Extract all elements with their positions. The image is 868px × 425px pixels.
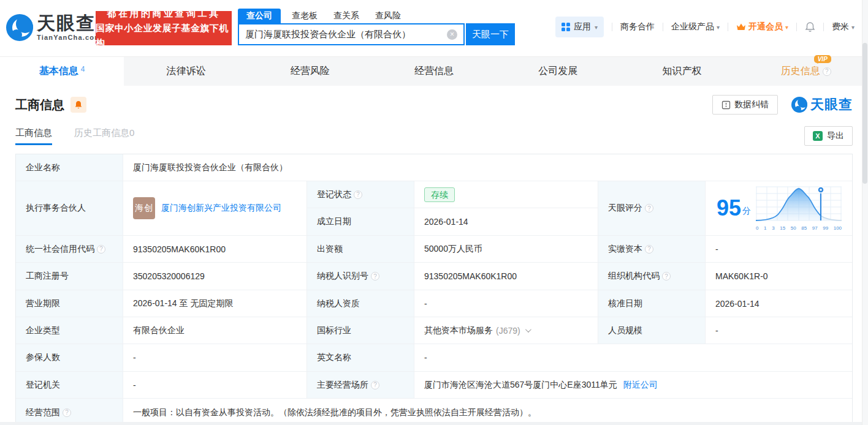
page-scrollbar[interactable] (862, 0, 868, 425)
help-icon[interactable]: ? (97, 245, 105, 254)
subtab-business-info[interactable]: 工商信息 (15, 127, 52, 145)
score-label: 天眼评分 (608, 203, 642, 214)
tianyancha-logo-icon (6, 14, 33, 41)
tab-legal[interactable]: 法律诉讼 (124, 57, 248, 86)
field-label: 营业期限 (16, 290, 123, 317)
search-tab-company[interactable]: 查公司 (238, 9, 281, 23)
subtab-history-business-info[interactable]: 历史工商信息0 (74, 127, 134, 145)
chevron-down-icon: ▾ (851, 24, 855, 31)
slogan-line2: 国家中小企业发展子基金旗下机构 (96, 21, 232, 50)
field-label: 国标行业 (307, 317, 414, 344)
export-button[interactable]: X 导出 (804, 126, 853, 146)
help-icon[interactable]: ? (645, 245, 653, 254)
address-value: 厦门市海沧区海沧大道567号厦门中心E座3011单元 (424, 380, 617, 391)
tianyancha-watermark-icon (791, 97, 807, 113)
scrollbar-thumb[interactable] (862, 43, 867, 184)
axis-tick: 85 (801, 225, 807, 231)
help-icon[interactable]: ? (354, 190, 362, 199)
tab-company-development-label: 公司发展 (538, 65, 577, 78)
tab-intellectual-property-label: 知识产权 (663, 65, 702, 78)
header-menu: 应用 ▾ 商务合作 企业级产品 ▾ 开通会员 ▾ 费米 ▾ (555, 16, 855, 38)
monitor-bell-icon[interactable] (70, 97, 86, 113)
company-nav-tabs: 基本信息 4 法律诉讼 经营风险 经营信息 公司发展 知识产权 历史信息 VIP… (0, 56, 868, 86)
axis-tick: 99 (823, 225, 828, 231)
search-tab-relation[interactable]: 查关系 (333, 9, 359, 23)
field-label: 天眼评分 ? (598, 181, 706, 236)
clear-search-icon[interactable]: × (447, 29, 457, 40)
tab-history-info-label: 历史信息 (781, 65, 820, 78)
section-gap (0, 422, 862, 425)
tab-operation-info[interactable]: 经营信息 (372, 57, 496, 86)
tab-operation-risk[interactable]: 经营风险 (248, 57, 372, 86)
approval-date-value: 2026-01-14 (706, 290, 852, 317)
field-label: 纳税人资质 (307, 290, 414, 317)
help-icon[interactable]: ? (662, 272, 671, 280)
notification-bell-icon[interactable] (805, 21, 815, 32)
apps-label: 应用 (574, 21, 591, 32)
cooperation-link[interactable]: 商务合作 (620, 21, 655, 32)
taxpayer-id-label: 纳税人识别号 (317, 271, 368, 282)
address-cell: 厦门市海沧区海沧大道567号厦门中心E座3011单元 附近公司 (414, 372, 852, 399)
nearby-companies-link[interactable]: 附近公司 (623, 380, 658, 391)
industry-code: (J679) (496, 326, 520, 336)
enterprise-products-label: 企业级产品 (671, 21, 714, 32)
field-label: 统一社会信用代码 ? (16, 236, 123, 263)
help-icon[interactable]: ? (371, 381, 379, 389)
org-code-value: MAK60K1R-0 (706, 263, 852, 290)
field-label: 工商注册号 (16, 263, 123, 290)
search-tabs: 查公司 查老板 查关系 查风险 (238, 9, 515, 23)
score-value: 95 (717, 197, 741, 219)
tab-basic-info[interactable]: 基本信息 4 (0, 57, 124, 86)
field-label: 纳税人识别号 ? (307, 263, 414, 290)
est-date-value: 2026-01-14 (414, 208, 598, 236)
partner-avatar[interactable]: 海创 (133, 197, 155, 219)
staff-size-value: - (706, 317, 852, 344)
business-info-section: 工商信息 数据纠错 天眼查 工商信息 历史工商信息0 X 导出 企业名称 厦门海… (0, 86, 868, 425)
search-tab-boss[interactable]: 查老板 (292, 9, 318, 23)
tab-history-info[interactable]: 历史信息 VIP ? (744, 57, 868, 86)
partner-company-link[interactable]: 厦门海创新兴产业投资有限公司 (161, 203, 281, 214)
field-label: 出资额 (307, 236, 414, 263)
business-scope-label: 经营范围 (26, 407, 60, 418)
address-label: 主要经营场所 (317, 380, 368, 391)
reg-authority-value: - (123, 372, 307, 399)
brand-logo[interactable]: 天眼查 TianYanCha.com (6, 13, 101, 41)
field-label: 人员规模 (598, 317, 706, 344)
tab-intellectual-property[interactable]: 知识产权 (620, 57, 744, 86)
help-icon[interactable]: ? (823, 67, 831, 76)
apps-menu[interactable]: 应用 ▾ (555, 17, 604, 37)
search-input[interactable] (245, 25, 441, 43)
open-vip-menu[interactable]: 开通会员 ▾ (736, 21, 788, 32)
divider (663, 23, 663, 31)
tab-company-development[interactable]: 公司发展 (496, 57, 620, 86)
field-label: 企业名称 (16, 154, 123, 181)
tab-operation-risk-label: 经营风险 (291, 65, 330, 78)
search-button[interactable]: 天眼一下 (466, 23, 515, 45)
data-correction-button[interactable]: 数据纠错 (712, 95, 778, 115)
username: 费米 (832, 21, 849, 32)
data-correction-label: 数据纠错 (734, 99, 769, 110)
capital-value: 50000万人民币 (414, 236, 598, 263)
axis-tick: 3 (772, 225, 774, 231)
field-label: 核准日期 (598, 290, 706, 317)
axis-tick: 97 (812, 225, 818, 231)
business-term-value: 2026-01-14 至 无固定期限 (123, 290, 307, 317)
enterprise-products-menu[interactable]: 企业级产品 ▾ (671, 21, 720, 32)
section-title: 工商信息 (15, 97, 64, 113)
help-icon[interactable]: ? (371, 272, 379, 280)
field-label: 成立日期 (307, 208, 414, 236)
field-label: 参保人数 (16, 344, 123, 372)
user-menu[interactable]: 费米 ▾ (832, 21, 855, 32)
search-area: 查公司 查老板 查关系 查风险 × 天眼一下 (238, 9, 515, 45)
chevron-down-icon[interactable] (525, 326, 531, 333)
crown-icon (736, 23, 746, 31)
help-icon[interactable]: ? (63, 408, 71, 417)
reg-status-label: 登记状态 (317, 189, 351, 200)
score-unit: 分 (742, 206, 751, 217)
search-tab-risk[interactable]: 查风险 (375, 9, 401, 23)
business-info-table: 企业名称 厦门海厦联投投资合伙企业（有限合伙） 执行事务合伙人 海创 厦门海创新… (15, 154, 853, 425)
help-icon[interactable]: ? (645, 204, 653, 212)
paid-capital-label: 实缴资本 (608, 244, 642, 255)
divider (796, 23, 797, 31)
chevron-down-icon: ▾ (785, 24, 788, 31)
